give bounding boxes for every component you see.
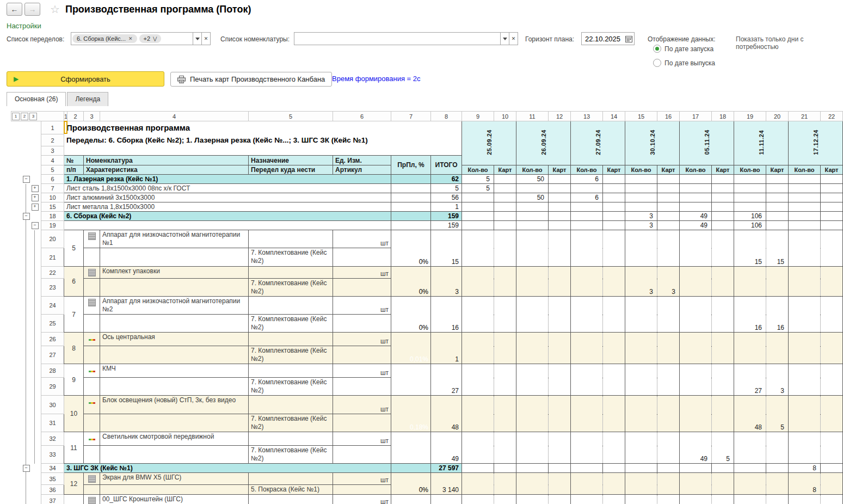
row-number[interactable]: 15 bbox=[41, 202, 64, 212]
radio-by-launch-date[interactable]: По дате запуска bbox=[653, 45, 713, 53]
item-number: 6 bbox=[64, 267, 84, 297]
tab-legend[interactable]: Легенда bbox=[67, 92, 108, 106]
column-number[interactable]: 5 bbox=[249, 112, 333, 121]
generate-button[interactable]: ▶ Сформировать bbox=[7, 71, 164, 87]
column-number[interactable]: 15 bbox=[625, 112, 657, 121]
column-number[interactable]: 14 bbox=[603, 112, 625, 121]
row-number[interactable]: 36 bbox=[41, 485, 64, 495]
row-number[interactable]: 26 bbox=[41, 333, 64, 346]
peredely-more-tag[interactable]: +2 ⋁ bbox=[139, 34, 162, 43]
column-number[interactable]: 7 bbox=[391, 112, 431, 121]
column-number[interactable]: 9 bbox=[462, 112, 494, 121]
column-number[interactable]: 16 bbox=[657, 112, 680, 121]
row-number[interactable]: 3 bbox=[41, 146, 64, 156]
group-level-3-button[interactable]: 3 bbox=[29, 113, 37, 120]
row-number[interactable]: 23 bbox=[41, 279, 64, 297]
column-number[interactable]: 10 bbox=[494, 112, 516, 121]
day-cell bbox=[821, 221, 843, 230]
row-number[interactable]: 30 bbox=[41, 396, 64, 414]
row-number[interactable]: 18 bbox=[41, 212, 64, 221]
column-number[interactable]: 13 bbox=[571, 112, 603, 121]
nomenclature-field[interactable] bbox=[294, 32, 501, 45]
material-row: + 10 Лист алюминий 3х1500х3000 56 506 bbox=[11, 193, 843, 202]
cards-col-header: Карт bbox=[549, 165, 571, 175]
row-number[interactable]: 21 bbox=[41, 248, 64, 267]
row-number[interactable]: 37 bbox=[41, 495, 64, 504]
row-number[interactable]: 28 bbox=[41, 364, 64, 378]
remove-tag-icon[interactable]: ✕ bbox=[128, 36, 133, 41]
collapse-icon[interactable]: − bbox=[23, 465, 30, 472]
column-number[interactable]: 11 bbox=[516, 112, 549, 121]
row-number[interactable]: 1 bbox=[41, 121, 64, 134]
peredely-field[interactable]: 6. Сборка (Кейс... ✕ +2 ⋁ bbox=[71, 32, 193, 45]
radio-unselected-icon bbox=[653, 59, 661, 67]
row-number[interactable]: 24 bbox=[41, 297, 64, 315]
forward-button[interactable]: → bbox=[24, 3, 40, 16]
column-number[interactable]: 19 bbox=[734, 112, 766, 121]
radio-by-release-date[interactable]: По дате выпуска bbox=[653, 59, 715, 67]
expand-icon[interactable]: + bbox=[32, 194, 39, 201]
expand-icon[interactable]: + bbox=[32, 185, 39, 192]
item-pct: 0,18% bbox=[391, 396, 431, 432]
group-level-1-button[interactable]: 1 bbox=[12, 113, 20, 120]
row-number[interactable]: 19 bbox=[41, 221, 64, 230]
row-number[interactable]: 20 bbox=[41, 230, 64, 248]
column-number[interactable]: 22 bbox=[821, 112, 843, 121]
material-total: 56 bbox=[431, 193, 462, 202]
peredely-tag[interactable]: 6. Сборка (Кейс... ✕ bbox=[72, 34, 137, 43]
column-number[interactable]: 4 bbox=[100, 112, 249, 121]
collapse-icon[interactable]: − bbox=[23, 176, 30, 183]
tab-main[interactable]: Основная (26) bbox=[7, 92, 66, 106]
row-number[interactable]: 22 bbox=[41, 267, 64, 279]
generate-button-label: Сформировать bbox=[60, 75, 110, 83]
row-number[interactable]: 6 bbox=[41, 175, 64, 184]
column-number[interactable]: 17 bbox=[680, 112, 712, 121]
peredely-dropdown-button[interactable] bbox=[193, 32, 202, 45]
day-cell: 48 bbox=[734, 396, 766, 432]
row-number[interactable]: 31 bbox=[41, 414, 64, 432]
column-number[interactable]: 6 bbox=[333, 112, 391, 121]
row-number[interactable]: 10 bbox=[41, 193, 64, 202]
group-level-2-button[interactable]: 2 bbox=[21, 113, 28, 120]
column-number[interactable]: 21 bbox=[789, 112, 821, 121]
collapse-icon[interactable]: − bbox=[23, 213, 30, 220]
row-number[interactable]: 2 bbox=[41, 134, 64, 146]
nomenclature-clear-button[interactable]: ✕ bbox=[509, 32, 518, 45]
column-number[interactable]: 12 bbox=[549, 112, 571, 121]
row-number[interactable]: 5 bbox=[41, 165, 64, 175]
favorite-star-icon[interactable]: ☆ bbox=[50, 3, 60, 16]
peredely-clear-button[interactable]: ✕ bbox=[201, 32, 211, 45]
back-button[interactable]: ← bbox=[7, 3, 22, 16]
collapse-icon[interactable]: − bbox=[32, 222, 39, 229]
row-number[interactable]: 29 bbox=[41, 378, 64, 396]
column-number[interactable]: 3 bbox=[84, 112, 100, 121]
item-pct: 0,01% bbox=[391, 333, 431, 364]
row-number[interactable]: 25 bbox=[41, 315, 64, 333]
horizon-date-input[interactable]: 22.10.2025 bbox=[581, 32, 635, 45]
item-total: 49 bbox=[431, 432, 462, 464]
day-cell bbox=[494, 432, 516, 464]
row-number[interactable]: 34 bbox=[41, 464, 64, 473]
item-number: 12 bbox=[64, 473, 84, 495]
calendar-icon[interactable] bbox=[625, 35, 632, 42]
row-number[interactable]: 7 bbox=[41, 184, 64, 193]
row-number[interactable]: 4 bbox=[41, 156, 64, 165]
expand-icon[interactable]: + bbox=[32, 204, 39, 211]
row-number[interactable]: 32 bbox=[41, 432, 64, 446]
column-number-row: 123 12345678910111213141516171819202122 bbox=[11, 112, 843, 121]
day-cell bbox=[625, 333, 657, 364]
row-number[interactable]: 33 bbox=[41, 446, 64, 464]
day-cell: 49 bbox=[680, 221, 712, 230]
column-number[interactable]: 8 bbox=[431, 112, 462, 121]
column-number[interactable]: 2 bbox=[67, 112, 84, 121]
print-kanban-button[interactable]: Печать карт Производственного Канбана bbox=[170, 72, 332, 87]
header-destination-2: Передел куда нести bbox=[249, 165, 333, 175]
date-header: 30.10.24 bbox=[625, 121, 680, 165]
nomenclature-dropdown-button[interactable] bbox=[500, 32, 509, 45]
column-number[interactable]: 18 bbox=[712, 112, 734, 121]
settings-link[interactable]: Настройки bbox=[7, 22, 41, 30]
print-button-label: Печать карт Производственного Канбана bbox=[190, 75, 325, 83]
row-number[interactable]: 27 bbox=[41, 346, 64, 364]
column-number[interactable]: 20 bbox=[766, 112, 789, 121]
row-number[interactable]: 35 bbox=[41, 473, 64, 485]
